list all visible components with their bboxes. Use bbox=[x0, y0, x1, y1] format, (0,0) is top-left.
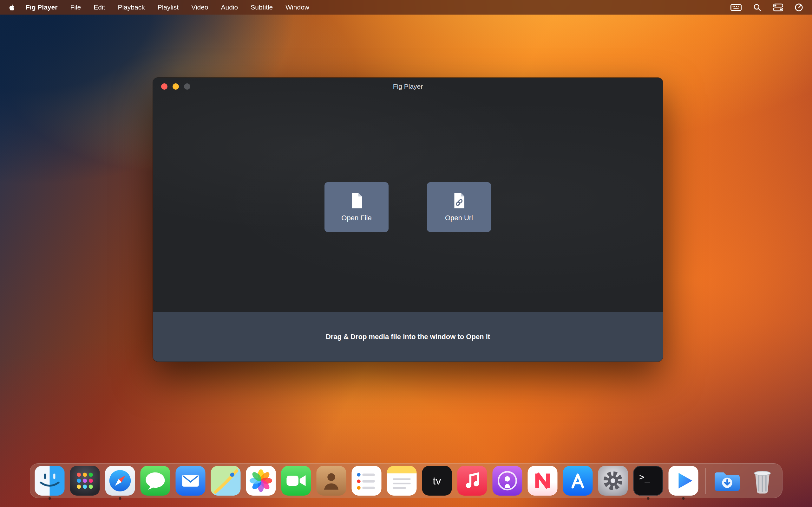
apple-logo-icon bbox=[9, 4, 15, 11]
menu-video[interactable]: Video bbox=[191, 3, 208, 11]
menu-window[interactable]: Window bbox=[286, 3, 309, 11]
open-file-button[interactable]: Open File bbox=[324, 182, 389, 232]
dock-item-messages[interactable] bbox=[141, 466, 170, 496]
dock-item-photos[interactable] bbox=[246, 466, 276, 496]
contacts-icon bbox=[316, 466, 346, 496]
keyboard-icon[interactable] bbox=[730, 3, 742, 12]
downloads-folder-icon bbox=[712, 466, 742, 496]
dock: tv>_ bbox=[30, 463, 782, 498]
dock-item-finder[interactable] bbox=[35, 466, 65, 496]
dock-item-appletv[interactable]: tv bbox=[422, 466, 452, 496]
apple-menu[interactable] bbox=[9, 4, 15, 11]
menu-edit[interactable]: Edit bbox=[94, 3, 105, 11]
dock-item-maps[interactable] bbox=[211, 466, 241, 496]
fig-player-window: Fig Player Open File Open Url Drag & Dro… bbox=[153, 78, 663, 361]
dock-item-trash[interactable] bbox=[748, 466, 777, 496]
dock-item-notes[interactable] bbox=[387, 466, 417, 496]
open-url-label: Open Url bbox=[445, 214, 473, 222]
window-title: Fig Player bbox=[153, 78, 663, 95]
menu-playlist[interactable]: Playlist bbox=[158, 3, 179, 11]
search-icon[interactable] bbox=[753, 3, 762, 12]
window-titlebar[interactable]: Fig Player bbox=[153, 78, 663, 95]
running-indicator bbox=[49, 497, 51, 500]
open-file-label: Open File bbox=[341, 214, 371, 222]
messages-icon bbox=[141, 466, 170, 496]
menu-playback[interactable]: Playback bbox=[118, 3, 145, 11]
apple-tv-icon: tv bbox=[422, 466, 452, 496]
dock-items: tv>_ bbox=[35, 466, 777, 496]
notes-icon bbox=[387, 466, 417, 496]
dock-separator bbox=[705, 468, 706, 494]
podcasts-icon bbox=[493, 466, 522, 496]
menu-subtitle[interactable]: Subtitle bbox=[251, 3, 273, 11]
dock-item-podcasts[interactable] bbox=[493, 466, 522, 496]
dock-item-downloads[interactable] bbox=[712, 466, 742, 496]
news-icon bbox=[528, 466, 558, 496]
trash-icon bbox=[748, 466, 777, 496]
dock-item-mail[interactable] bbox=[176, 466, 206, 496]
menu-file[interactable]: File bbox=[70, 3, 81, 11]
gauge-icon[interactable] bbox=[795, 3, 803, 12]
document-icon bbox=[350, 192, 364, 209]
dock-item-news[interactable] bbox=[528, 466, 558, 496]
dock-item-launchpad[interactable] bbox=[70, 466, 100, 496]
open-url-button[interactable]: Open Url bbox=[427, 182, 491, 232]
dock-item-reminders[interactable] bbox=[352, 466, 382, 496]
terminal-icon: >_ bbox=[633, 466, 663, 496]
running-indicator bbox=[647, 497, 650, 500]
running-indicator bbox=[119, 497, 121, 500]
dock-item-music[interactable] bbox=[457, 466, 487, 496]
maps-icon bbox=[211, 466, 241, 496]
drop-hint-bar: Drag & Drop media file into the window t… bbox=[153, 312, 663, 361]
fig-player-icon bbox=[669, 466, 699, 496]
app-menu-title[interactable]: Fig Player bbox=[26, 3, 57, 11]
dock-item-terminal[interactable]: >_ bbox=[633, 466, 663, 496]
facetime-icon bbox=[281, 466, 311, 496]
menu-audio[interactable]: Audio bbox=[221, 3, 238, 11]
dock-item-contacts[interactable] bbox=[316, 466, 346, 496]
control-center-icon[interactable] bbox=[773, 3, 783, 12]
mail-icon bbox=[176, 466, 206, 496]
drop-hint-text: Drag & Drop media file into the window t… bbox=[326, 333, 490, 341]
dock-item-figplayer[interactable] bbox=[669, 466, 699, 496]
menu-items: File Edit Playback Playlist Video Audio … bbox=[70, 3, 309, 11]
running-indicator bbox=[682, 497, 685, 500]
system-settings-icon bbox=[598, 466, 628, 496]
document-link-icon bbox=[452, 192, 466, 209]
finder-icon bbox=[35, 466, 65, 496]
svg-text:tv: tv bbox=[433, 475, 441, 487]
svg-text:>_: >_ bbox=[639, 472, 650, 483]
reminders-icon bbox=[352, 466, 382, 496]
dock-item-settings[interactable] bbox=[598, 466, 628, 496]
dock-item-safari[interactable] bbox=[105, 466, 135, 496]
music-icon bbox=[457, 466, 487, 496]
menu-bar: Fig Player File Edit Playback Playlist V… bbox=[0, 0, 812, 14]
safari-icon bbox=[105, 466, 135, 496]
window-content bbox=[153, 78, 663, 312]
app-store-icon bbox=[563, 466, 593, 496]
photos-icon bbox=[246, 466, 276, 496]
menubar-status-icons bbox=[730, 3, 803, 12]
dock-item-facetime[interactable] bbox=[281, 466, 311, 496]
launchpad-icon bbox=[70, 466, 100, 496]
dock-item-appstore[interactable] bbox=[563, 466, 593, 496]
